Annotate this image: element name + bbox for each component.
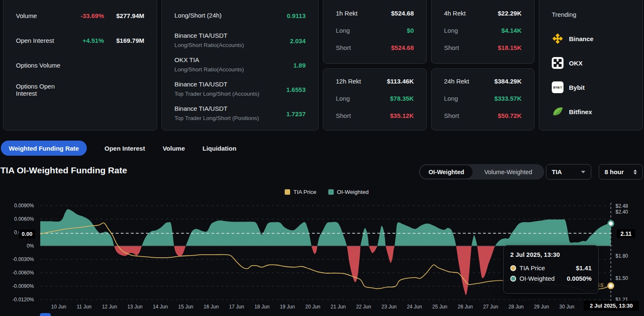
ratio-value: 2.034 — [290, 37, 306, 44]
tooltip-date: 2 Jul 2025, 13:30 — [510, 251, 592, 258]
x-axis-tick-label: 16 Jun — [204, 304, 219, 310]
x-axis-tick-label: 26 Jun — [458, 304, 473, 310]
x-axis-tick-label: 15 Jun — [178, 304, 193, 310]
tab-weighted-funding-rate[interactable]: Weighted Funding Rate — [1, 141, 87, 156]
rekt-total-value: $384.29K — [494, 78, 522, 85]
rekt-long-value: $78.35K — [390, 95, 414, 102]
ratio-value: 0.9113 — [287, 12, 306, 19]
trending-item-label: Bitfinex — [569, 108, 592, 115]
x-axis-tick-label: 18 Jun — [254, 304, 270, 310]
funding-hover-dot — [608, 221, 613, 226]
tab-volume[interactable]: Volume — [163, 145, 185, 152]
x-axis-tick-label: 28 Jun — [509, 304, 524, 310]
x-axis-tick-label: 21 Jun — [331, 304, 346, 310]
chart-tooltip: 2 Jul 2025, 13:30 TIA Price $1.41 OI-Wei… — [503, 245, 599, 294]
ratio-labels: Binance TIA/USDTTop Trader Long/Short (A… — [174, 80, 286, 99]
x-axis-tick-label: 17 Jun — [229, 304, 244, 310]
legend-item-tia-price[interactable]: TIA Price — [285, 189, 317, 195]
toggle-oi-weighted[interactable]: OI-Weighted — [420, 165, 473, 178]
rekt-short-row: Short$524.68 — [336, 43, 414, 52]
rekt-title: 4h Rekt — [444, 10, 498, 17]
rekt-long-label: Long — [444, 95, 494, 102]
x-axis-tick-label: 13 Jun — [127, 304, 143, 310]
long-short-ratio-card: Long/Short (24h)0.9113Binance TIA/USDTLo… — [161, 0, 319, 131]
trending-item-bybit[interactable]: BYBITBybit — [552, 81, 630, 93]
rekt-total-row: 24h Rekt$384.29K — [444, 76, 522, 86]
rekt-total-value: $524.68 — [391, 10, 414, 17]
left-axis-tick-label: 0.0090% — [14, 203, 34, 209]
ratio-value: 1.6553 — [286, 86, 306, 93]
rekt-total-row: 4h Rekt$22.29K — [444, 8, 522, 18]
top-stats-row: Volume-33.69%$277.94MOpen Interest+4.51%… — [0, 0, 644, 131]
rekt-long-row: Long$78.35K — [336, 94, 414, 103]
rekt-title: 1h Rekt — [336, 10, 391, 17]
legend-label: TIA Price — [293, 189, 317, 195]
chart-legend: TIA PriceOI-Weighted — [40, 189, 613, 195]
rekt-long-value: $4.14K — [501, 27, 522, 34]
x-axis-tick-label: 29 Jun — [534, 304, 549, 310]
price-hover-dot — [608, 283, 613, 289]
price-marker-icon — [510, 265, 516, 271]
x-axis-tick-label: 14 Jun — [153, 304, 168, 310]
ratio-sublabel: Long/Short Ratio(Accounts) — [174, 40, 290, 50]
chart-tabs: Weighted Funding RateOpen InterestVolume… — [1, 141, 236, 156]
ratio-label: Binance TIA/USDT — [174, 80, 286, 89]
rekt-long-label: Long — [336, 95, 390, 102]
stat-label: Options Volume — [16, 62, 65, 69]
ratio-label: Long/Short (24h) — [174, 11, 287, 20]
rekt-short-label: Short — [336, 44, 391, 51]
ratio-row: Binance TIA/USDTTop Trader Long/Short (A… — [174, 80, 306, 99]
bybit-icon: BYBIT — [552, 81, 564, 93]
x-axis-tick-label: 22 Jun — [356, 304, 371, 310]
ratio-labels: OKX TIALong/Short Ratio(Accounts) — [174, 55, 293, 75]
rekt-short-value: $18.15K — [498, 44, 522, 51]
rekt-short-value: $50.72K — [498, 112, 522, 119]
rekt-long-label: Long — [336, 27, 407, 34]
x-axis-tick-label: 24 Jun — [407, 304, 422, 310]
trending-item-label: Binance — [569, 35, 593, 42]
rekt-short-row: Short$35.12K — [336, 111, 414, 120]
stat-label: Options Open Interest — [16, 83, 65, 97]
ratio-row: OKX TIALong/Short Ratio(Accounts)1.89 — [174, 55, 306, 75]
rekt-total-value: $22.29K — [498, 10, 522, 17]
rekt-long-row: Long$333.57K — [444, 94, 522, 103]
ratio-labels: Long/Short (24h) — [174, 11, 287, 20]
x-axis-tick-label: 25 Jun — [432, 304, 447, 310]
symbol-select[interactable]: TIA — [546, 164, 591, 180]
legend-item-oi-weighted[interactable]: OI-Weighted — [328, 189, 369, 195]
tooltip-price-label: TIA Price — [519, 264, 545, 272]
tab-open-interest[interactable]: Open Interest — [104, 145, 145, 152]
trending-item-okx[interactable]: OKX — [552, 57, 630, 69]
trending-item-label: Bybit — [569, 84, 585, 91]
ratio-value: 1.89 — [293, 62, 306, 69]
funding-marker-icon — [510, 276, 516, 282]
x-axis-tick-label: 27 Jun — [483, 304, 498, 310]
right-axis-tick-label: $2.48 — [615, 203, 628, 209]
scroll-nub — [40, 313, 51, 316]
stat-value: $277.94M — [104, 12, 144, 19]
left-axis-tick-label: 0% — [27, 243, 34, 249]
bitfinex-icon — [552, 106, 564, 118]
ratio-row: Binance TIA/USDTLong/Short Ratio(Account… — [174, 31, 306, 50]
interval-select[interactable]: 8 hour — [599, 164, 643, 180]
rekt-short-row: Short$18.15K — [444, 43, 522, 52]
trending-card: TrendingBinanceOKXBYBITBybitBitfinex — [539, 0, 643, 131]
rekt-title: 12h Rekt — [336, 78, 387, 85]
tab-liquidation[interactable]: Liquidation — [203, 145, 236, 152]
stat-change-pct: -33.69% — [65, 12, 104, 19]
trending-item-bitfinex[interactable]: Bitfinex — [552, 106, 630, 118]
stat-row: Options Volume — [16, 60, 144, 70]
stat-change-pct: +4.51% — [65, 37, 104, 44]
trending-item-binance[interactable]: Binance — [552, 33, 630, 44]
right-axis-current-price-badge: 2.11 — [617, 229, 635, 238]
ratio-label: OKX TIA — [174, 55, 293, 65]
stat-label: Open Interest — [16, 37, 65, 44]
rekt-short-label: Short — [444, 44, 498, 51]
rekt-card: 12h Rekt$113.46KLong$78.35KShort$35.12K — [323, 68, 427, 131]
sort-updown-icon — [634, 170, 637, 175]
stat-label: Volume — [16, 12, 65, 19]
weighting-toggle: OI-WeightedVolume-Weighted — [419, 164, 544, 180]
rekt-short-label: Short — [336, 112, 390, 119]
legend-swatch — [285, 189, 290, 195]
toggle-volume-weighted[interactable]: Volume-Weighted — [475, 165, 541, 178]
